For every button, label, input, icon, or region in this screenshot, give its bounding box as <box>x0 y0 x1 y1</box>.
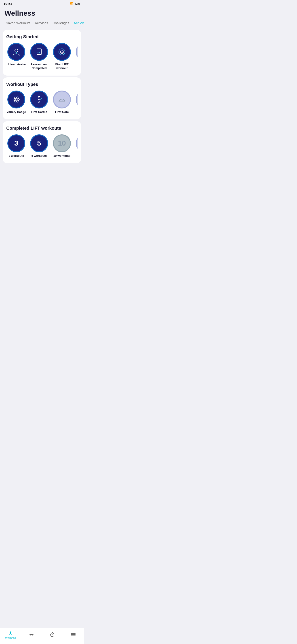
completed-lift-badges: 3 3 workouts 5 5 workouts 10 10 workouts <box>6 134 77 159</box>
badge-10-number: 10 <box>58 139 66 147</box>
avatar-icon <box>11 47 21 57</box>
battery-icon: 42% <box>74 2 80 5</box>
svg-point-0 <box>15 49 18 52</box>
badge-first-cardio[interactable]: First Cardio <box>29 90 49 114</box>
badge-first-cardio-circle <box>30 90 48 108</box>
badge-more-gs-circle <box>76 43 77 61</box>
variety-icon <box>11 94 21 104</box>
badge-first-lift-circle: LIFT <box>53 43 71 61</box>
tab-saved-workouts[interactable]: Saved Workouts <box>3 19 33 27</box>
badge-5-number: 5 <box>37 139 41 147</box>
page-title: Wellness <box>4 9 79 18</box>
nav-tabs: Saved Workouts Activities Challenges Ach… <box>0 19 84 27</box>
svg-text:LIFT: LIFT <box>60 51 64 54</box>
badge-upload-avatar-label: Upload Avatar <box>6 62 26 66</box>
badge-3-workouts-circle: 3 <box>7 134 25 152</box>
badge-variety-label: Variety Badge <box>7 110 26 114</box>
svg-point-10 <box>38 96 40 98</box>
badge-assessment-label: Assessment Completed <box>29 62 49 70</box>
core-icon <box>57 94 67 104</box>
badge-more-cl[interactable] <box>75 134 77 158</box>
badge-first-core[interactable]: First Core <box>52 90 72 114</box>
tab-activities[interactable]: Activities <box>33 19 50 27</box>
getting-started-badges: Upload Avatar Assessment Completed <box>6 43 77 71</box>
status-time: 10:51 <box>3 2 12 6</box>
badge-3-workouts[interactable]: 3 3 workouts <box>6 134 26 158</box>
badge-10-workouts-circle: 10 <box>53 134 71 152</box>
status-bar: 10:51 📶 42% <box>0 0 84 6</box>
lift-icon: LIFT <box>57 47 67 57</box>
getting-started-title: Getting Started <box>6 34 77 39</box>
badge-more-cl-circle <box>76 134 77 152</box>
svg-rect-1 <box>37 49 41 54</box>
badge-more-wt[interactable] <box>75 90 77 114</box>
completed-lift-title: Completed LIFT workouts <box>6 126 77 131</box>
tab-challenges[interactable]: Challenges <box>50 19 71 27</box>
badge-10-label: 10 workouts <box>53 154 70 158</box>
status-icons: 📶 42% <box>70 2 80 5</box>
tab-achievements[interactable]: Achievements <box>71 19 84 27</box>
badge-5-label: 5 workouts <box>31 154 47 158</box>
badge-3-number: 3 <box>14 139 18 147</box>
workout-types-badges: Variety Badge First Cardio <box>6 90 77 115</box>
badge-upload-avatar-circle <box>7 43 25 61</box>
signal-icon: 📶 <box>70 2 73 5</box>
badge-5-workouts-circle: 5 <box>30 134 48 152</box>
badge-assessment-circle <box>30 43 48 61</box>
badge-variety-circle <box>7 90 25 108</box>
badge-more-wt-circle <box>76 90 77 108</box>
badge-5-workouts[interactable]: 5 5 workouts <box>29 134 49 158</box>
workout-types-card: Workout Types Variety Badge <box>3 77 81 120</box>
assessment-icon <box>34 47 44 57</box>
completed-lift-card: Completed LIFT workouts 3 3 workouts 5 5… <box>3 121 81 163</box>
badge-first-lift-label: First LIFT workout <box>52 62 72 70</box>
cardio-icon <box>34 94 44 104</box>
badge-assessment[interactable]: Assessment Completed <box>29 43 49 70</box>
badge-first-core-circle <box>53 90 71 108</box>
badge-variety[interactable]: Variety Badge <box>6 90 26 114</box>
badge-3-label: 3 workouts <box>9 154 24 158</box>
workout-types-title: Workout Types <box>6 82 77 87</box>
svg-point-6 <box>15 98 17 100</box>
getting-started-card: Getting Started Upload Avatar <box>3 30 81 76</box>
scroll-content: Getting Started Upload Avatar <box>0 30 84 183</box>
page-header: Wellness <box>0 6 84 19</box>
badge-first-cardio-label: First Cardio <box>31 110 47 114</box>
badge-first-lift[interactable]: LIFT First LIFT workout <box>52 43 72 70</box>
badge-10-workouts[interactable]: 10 10 workouts <box>52 134 72 158</box>
badge-upload-avatar[interactable]: Upload Avatar <box>6 43 26 70</box>
badge-more-gs[interactable] <box>75 43 77 70</box>
badge-first-core-label: First Core <box>55 110 69 114</box>
